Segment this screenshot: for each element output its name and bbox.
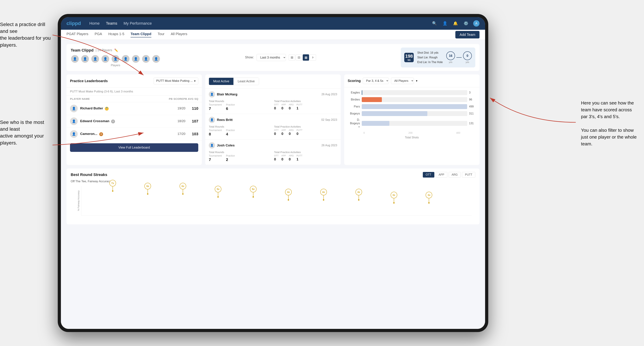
avatar-3[interactable]: 👤 bbox=[91, 55, 100, 63]
table-row: 👤 Edward Crossman ② 18/20 107 bbox=[66, 115, 202, 128]
avatar-2[interactable]: 👤 bbox=[81, 55, 89, 63]
avatar-8[interactable]: 👤 bbox=[142, 55, 150, 63]
bar-row: D. Bogeys + 131 bbox=[348, 118, 476, 129]
tab-putt[interactable]: PUTT bbox=[462, 172, 475, 177]
bar-label: Eagles bbox=[348, 91, 360, 94]
list-item: 👤 Josh Coles 26 Aug 2023 Total Rounds To… bbox=[205, 140, 340, 165]
most-active-toggle[interactable]: Most Active bbox=[209, 78, 234, 85]
avatar-4[interactable]: 👤 bbox=[101, 55, 110, 63]
pac-name-row-3: 👤 Josh Coles bbox=[209, 142, 234, 149]
avatar-5[interactable]: 👤 bbox=[111, 55, 120, 63]
streak-point: 7x bbox=[110, 180, 116, 192]
streaks-subtitle: Off The Tee, Fairway Accuracy bbox=[71, 180, 475, 183]
view-buttons: ⊞ ⊟ ▦ ⊧ bbox=[289, 54, 316, 61]
avatar-7[interactable]: 👤 bbox=[132, 55, 140, 63]
chart-x-label: Total Shots bbox=[348, 135, 476, 141]
subnav-team-clippd[interactable]: Team Clippd bbox=[130, 32, 152, 37]
pac-app-3: APP 0 bbox=[282, 154, 286, 161]
user-avatar[interactable]: A bbox=[473, 20, 480, 26]
y-axis-label: % Fairway Accuracy bbox=[71, 186, 81, 216]
shot-card: 198 SG Shot Dist: 16 yds Start Lie: Roug… bbox=[401, 47, 475, 67]
settings-icon[interactable]: ⚙️ bbox=[463, 20, 469, 26]
avatar-6[interactable]: 👤 bbox=[122, 55, 130, 63]
pac-tournament-col-2: Tournament 8 bbox=[209, 129, 222, 137]
users-icon[interactable]: 👤 bbox=[442, 20, 448, 26]
bar-fill bbox=[362, 90, 362, 95]
bar-value: 131 bbox=[469, 122, 476, 125]
lb-info-1: Richard Butler 🥇 bbox=[80, 106, 175, 111]
shot-circle-2: 0 bbox=[463, 51, 472, 60]
pac-arg-2: ARG 0 bbox=[289, 129, 294, 136]
pac-putt-2: PUTT 0 bbox=[296, 129, 302, 136]
nav-links: Home Teams My Performance bbox=[89, 21, 431, 26]
streak-bubble: 3x bbox=[390, 192, 397, 198]
shot-number: 198 SG bbox=[404, 53, 414, 62]
view-list-btn[interactable]: ⊟ bbox=[296, 54, 302, 61]
streak-line bbox=[253, 192, 254, 196]
least-active-toggle[interactable]: Least Active bbox=[234, 78, 259, 85]
bronze-badge: ③ bbox=[99, 132, 103, 136]
leaderboard-header: PLAYER NAME PB SCORE PB AVG SQ bbox=[66, 96, 202, 102]
avatar-1[interactable]: 👤 bbox=[71, 55, 79, 63]
view-grid-btn[interactable]: ⊞ bbox=[289, 54, 295, 61]
streaks-tabs: OTT APP ARG PUTT bbox=[423, 172, 475, 177]
tab-app[interactable]: APP bbox=[436, 172, 447, 177]
silver-badge: ② bbox=[111, 120, 115, 123]
view-full-leaderboard-button[interactable]: View Full Leaderboard bbox=[70, 143, 198, 152]
nav-home[interactable]: Home bbox=[89, 21, 100, 26]
streak-line bbox=[288, 195, 288, 199]
subnav-pga[interactable]: PGA bbox=[95, 32, 102, 37]
lb-info-3: Cameron... ③ bbox=[80, 132, 175, 136]
bar-value: 311 bbox=[469, 112, 476, 115]
edit-icon[interactable]: ✏️ bbox=[114, 48, 118, 52]
bar-track bbox=[362, 97, 467, 102]
activity-toggle: Most Active Least Active bbox=[209, 78, 259, 85]
tab-arg[interactable]: ARG bbox=[449, 172, 461, 177]
streak-line bbox=[358, 195, 359, 199]
pac-ott-2: OTT 0 bbox=[274, 129, 278, 136]
navbar: clippd Home Teams My Performance 🔍 👤 🔔 ⚙… bbox=[61, 17, 485, 30]
par-filter-select[interactable]: Par 3, 4 & 5s bbox=[363, 78, 389, 84]
streak-bubble: 4x bbox=[356, 189, 362, 195]
drill-selector[interactable]: PUTT Must Make Putting ... ▾ bbox=[154, 78, 198, 84]
bell-icon[interactable]: 🔔 bbox=[452, 20, 458, 26]
subnav-tour[interactable]: Tour bbox=[158, 32, 164, 37]
show-label: Show: bbox=[245, 56, 254, 59]
view-settings-btn[interactable]: ⊧ bbox=[310, 54, 316, 61]
streak-dot bbox=[323, 199, 324, 201]
add-team-button[interactable]: Add Team bbox=[455, 31, 480, 38]
lb-info-2: Edward Crossman ② bbox=[80, 119, 175, 123]
gold-badge: 🥇 bbox=[105, 107, 109, 111]
pac-tournament-col: Tournament 7 bbox=[209, 103, 222, 111]
subnav-links: PGAT Players PGA Hcaps 1-5 Team Clippd T… bbox=[66, 32, 455, 37]
nav-myperformance[interactable]: My Performance bbox=[124, 21, 152, 26]
tablet-screen: clippd Home Teams My Performance 🔍 👤 🔔 ⚙… bbox=[61, 17, 485, 329]
app-logo: clippd bbox=[66, 21, 81, 26]
subnav-hcaps[interactable]: Hcaps 1-5 bbox=[108, 32, 124, 37]
team-count: | 14 Players bbox=[96, 48, 112, 52]
pac-practice-col-2: Practice 4 bbox=[226, 129, 235, 137]
pac-practice-col: Practice 6 bbox=[226, 103, 235, 111]
bar-fill bbox=[362, 121, 390, 126]
lb-avatar-3: 👤 bbox=[70, 130, 78, 138]
search-icon[interactable]: 🔍 bbox=[431, 20, 438, 26]
chart-x-axis: 0 200 400 bbox=[348, 131, 476, 135]
pac-avatar-2: 👤 bbox=[209, 117, 215, 123]
bar-track bbox=[362, 104, 467, 109]
view-card-btn[interactable]: ▦ bbox=[303, 54, 309, 61]
subnav-all-players[interactable]: All Players bbox=[171, 32, 187, 37]
tab-ott[interactable]: OTT bbox=[423, 172, 434, 177]
players-filter-select[interactable]: All Players bbox=[391, 78, 414, 84]
show-period-select[interactable]: Last 3 months bbox=[256, 54, 286, 61]
subnav-pgat-players[interactable]: PGAT Players bbox=[66, 32, 88, 37]
streak-point: 4x bbox=[356, 189, 362, 201]
streak-dot bbox=[288, 199, 289, 201]
scoring-bar-chart: Eagles 3 Birdies 96 Pars 499 Bogeys 311 bbox=[344, 87, 480, 144]
bar-row: Pars 499 bbox=[348, 104, 476, 109]
streak-bubble: 6x bbox=[144, 183, 151, 189]
nav-teams[interactable]: Teams bbox=[106, 21, 117, 26]
streak-bubble: 4x bbox=[285, 189, 292, 195]
bar-label: Birdies bbox=[348, 98, 360, 101]
avatar-9[interactable]: 👤 bbox=[152, 55, 160, 63]
pac-putt: PUTT 1 bbox=[296, 103, 302, 110]
